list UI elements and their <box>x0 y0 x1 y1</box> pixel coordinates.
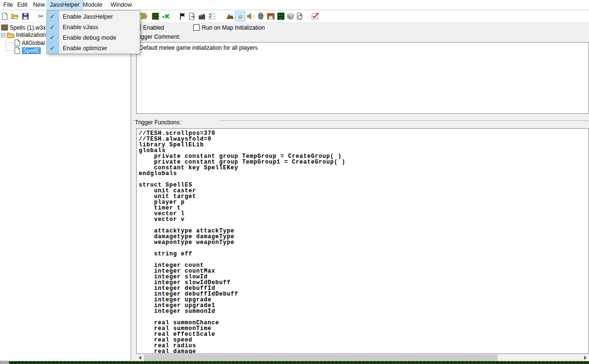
check-icon: ✓ <box>50 22 59 33</box>
menu-jasshelper[interactable]: JassHelper <box>46 0 83 10</box>
trigger-comment-label: Trigger Comment: <box>134 33 180 40</box>
check-icon: ✓ <box>50 11 59 22</box>
check-icon: ✓ <box>50 43 59 54</box>
import-manager-icon[interactable] <box>296 12 304 21</box>
trigger-status-icon[interactable] <box>311 12 319 21</box>
menu-item-enable-optimizer[interactable]: ✓ Enable optimizer <box>47 43 140 54</box>
menu-bar: File Edit New JassHelper Module Window <box>0 0 589 10</box>
run-on-map-init-checkbox[interactable] <box>193 24 200 31</box>
tree-item-spelle[interactable]: SpellE <box>14 47 41 55</box>
new-document-icon[interactable] <box>1 12 9 21</box>
enabled-label: Enabled <box>143 24 164 31</box>
syntax-check-icon[interactable] <box>162 12 170 21</box>
tree-item-label-selected: SpellE <box>22 47 41 54</box>
menu-module[interactable]: Module <box>79 0 106 10</box>
section-line <box>133 121 134 121</box>
folder-icon <box>7 32 14 38</box>
script-editor-icon[interactable]: 10100101 <box>152 12 160 21</box>
scrollbar-thumb[interactable] <box>144 354 498 361</box>
run-on-map-init-label: Run on Map Initialization <box>202 24 265 31</box>
open-folder-icon[interactable] <box>11 12 19 21</box>
ai-editor-icon[interactable] <box>277 12 285 21</box>
menu-new[interactable]: New <box>30 0 48 10</box>
trigger-editor-icon[interactable] <box>140 12 148 21</box>
export-script-icon[interactable] <box>189 12 197 21</box>
check-icon: ✓ <box>50 33 59 43</box>
scroll-right-button[interactable] <box>581 354 589 361</box>
collapse-expander[interactable] <box>1 33 5 37</box>
campaign-editor-icon[interactable] <box>267 12 275 21</box>
tree-root-map[interactable]: Spells (1).w3x <box>1 24 46 32</box>
sound-editor-icon[interactable] <box>247 12 255 21</box>
jasshelper-dropdown-menu: ✓ Enable JassHelper ✓ Enable vJass ✓ Ena… <box>46 10 140 54</box>
terrain-background-strip <box>0 361 589 364</box>
horizontal-scrollbar[interactable] <box>136 354 589 361</box>
tree-connector <box>6 50 14 51</box>
trigger-functions-code-box[interactable]: //TESH.scrollpos=370 //TESH.alwaysfold=0… <box>136 128 589 354</box>
jass-code: //TESH.scrollpos=370 //TESH.alwaysfold=0… <box>139 131 345 354</box>
menu-edit[interactable]: Edit <box>14 0 31 10</box>
chevron-left-icon <box>139 356 141 360</box>
tree-folder-initialization[interactable]: Initialization <box>7 32 46 39</box>
trigger-functions-label: Trigger Functions: <box>135 119 181 126</box>
tree-item-label: AllGlobal <box>22 40 45 46</box>
map-icon <box>1 24 8 31</box>
menu-item-enable-vjass[interactable]: ✓ Enable vJass <box>47 22 140 33</box>
resize-gripper[interactable] <box>0 360 9 364</box>
tree-connector <box>6 43 14 43</box>
document-icon <box>14 39 21 46</box>
object-manager-icon[interactable] <box>257 12 265 21</box>
menu-item-enable-jasshelper[interactable]: ✓ Enable JassHelper <box>47 11 140 22</box>
object-editor-icon[interactable]: a <box>236 12 244 21</box>
scroll-left-button[interactable] <box>136 354 144 361</box>
cut-icon[interactable]: ✂ <box>37 12 45 21</box>
object-cube-icon[interactable] <box>287 12 295 21</box>
menu-item-enable-debug-mode[interactable]: ✓ Enable debug mode <box>47 33 140 43</box>
tree-root-label: Spells (1).w3x <box>10 24 45 31</box>
document-icon <box>14 47 21 54</box>
trigger-tree-panel: Spells (1).w3x Initialization AllGlobal … <box>0 23 131 361</box>
terrain-editor-icon[interactable] <box>226 12 234 21</box>
trigger-comment-text: Default melee game initialization for al… <box>139 44 257 51</box>
menu-window[interactable]: Window <box>107 0 135 10</box>
trigger-comment-box[interactable]: Default melee game initialization for al… <box>136 42 589 114</box>
cinematic-editor-icon[interactable] <box>198 12 206 21</box>
panel-divider[interactable] <box>131 23 131 361</box>
section-line <box>219 121 589 121</box>
tree-folder-label: Initialization <box>16 32 46 38</box>
tree-connector <box>6 39 6 51</box>
tree-item-allglobal[interactable]: AllGlobal <box>14 39 45 47</box>
test-map-flag-icon[interactable] <box>179 12 187 21</box>
save-icon[interactable] <box>22 12 30 21</box>
checklist-icon[interactable] <box>209 12 217 21</box>
chevron-right-icon <box>584 356 587 360</box>
svg-text:0101: 0101 <box>153 16 159 19</box>
